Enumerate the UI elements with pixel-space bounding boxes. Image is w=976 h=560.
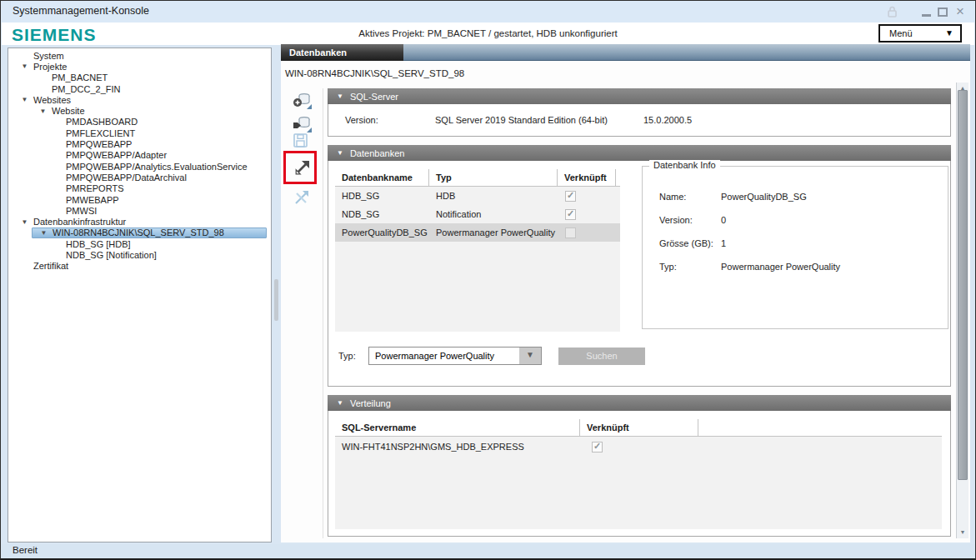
- menu-label: Menü: [889, 28, 913, 38]
- breadcrumb: WIN-08RN4BCJNIK\SQL_SERV_STD_98: [285, 68, 464, 78]
- tree-item-website[interactable]: ▼Website: [8, 105, 271, 116]
- scrollbar-thumb[interactable]: [958, 90, 968, 480]
- type-filter-combobox[interactable]: Powermanager PowerQuality ▼: [368, 347, 542, 365]
- table-body: HDB_SG HDB NDB_SG Notification PowerQual…: [335, 187, 620, 332]
- app-header: SIEMENS Aktives Projekt: PM_BACNET / ges…: [2, 22, 974, 45]
- col-datenbankname[interactable]: Datenbankname: [335, 169, 429, 187]
- tree-item-system[interactable]: ▼System: [8, 50, 271, 61]
- linked-checkbox[interactable]: [565, 191, 576, 202]
- toolbar-separator: [323, 88, 323, 538]
- tree-item-datenbankinfrastruktur[interactable]: ▼Datenbankinfrastruktur: [8, 216, 271, 227]
- collapse-arrow-icon[interactable]: ▼: [16, 96, 33, 103]
- red-highlight-annotation: [283, 151, 317, 184]
- minimize-button[interactable]: [918, 5, 933, 18]
- status-text: Bereit: [13, 545, 38, 555]
- col-sql-servername[interactable]: SQL-Servername: [335, 419, 580, 437]
- groupbox-legend: Datenbank Info: [649, 160, 720, 170]
- linked-checkbox[interactable]: [565, 209, 576, 220]
- col-typ[interactable]: Typ: [429, 169, 558, 187]
- tree-item-hdb-sg[interactable]: HDB_SG [HDB]: [8, 238, 271, 249]
- linked-checkbox[interactable]: [592, 442, 603, 452]
- tree-item-pmreports[interactable]: PMREPORTS: [8, 183, 271, 194]
- col-filler: [616, 169, 620, 187]
- col-verknuepft[interactable]: Verknüpft: [558, 169, 616, 187]
- section-sql-server: Version: SQL Server 2019 Standard Editio…: [328, 104, 951, 137]
- save-icon[interactable]: [293, 133, 312, 152]
- suchen-button[interactable]: Suchen: [558, 348, 645, 365]
- info-size-label: Grösse (GB):: [659, 238, 721, 248]
- tree-item-pmwsi[interactable]: PMWSI: [8, 205, 271, 216]
- tree-item-ndb-sg[interactable]: NDB_SG [Notification]: [8, 249, 271, 260]
- tab-bar: Datenbanken: [281, 44, 970, 61]
- panel-splitter[interactable]: [274, 279, 278, 321]
- tree-item-pm-dcc-2-fin[interactable]: ▼PM_DCC_2_FIN: [8, 83, 271, 94]
- table-row-selected[interactable]: PowerQualityDB_SG Powermanager PowerQual…: [335, 223, 620, 242]
- info-type-value: Powermanager PowerQuality: [721, 262, 840, 272]
- vertical-scrollbar[interactable]: ▲ ▼: [956, 82, 968, 538]
- collapse-arrow-icon: ▼: [337, 149, 343, 157]
- tab-datenbanken[interactable]: Datenbanken: [281, 44, 403, 61]
- window-title: Systemmanagement-Konsole: [13, 5, 149, 17]
- tree-item-sql-server-selected[interactable]: ▼WIN-08RN4BCJNIK\SQL_SERV_STD_98: [32, 228, 267, 238]
- info-name-label: Name:: [659, 192, 721, 202]
- linked-checkbox[interactable]: [565, 228, 576, 238]
- collapse-arrow-icon: ▼: [337, 92, 343, 100]
- table-header-row: SQL-Servername Verknüpft: [335, 419, 942, 437]
- tree-item-pmwebapp[interactable]: PMWEBAPP: [8, 194, 271, 205]
- navigation-tree: ▼System ▼Projekte ▼PM_BACNET ▼PM_DCC_2_F…: [8, 48, 272, 542]
- tree-item-websites[interactable]: ▼Websites: [8, 94, 271, 105]
- title-bar: Systemmanagement-Konsole ×: [1, 1, 975, 22]
- tree-item-pmpqwebapp-dataarchival[interactable]: PMPQWEBAPP/DataArchival: [8, 172, 271, 182]
- collapse-arrow-icon: ▼: [337, 399, 343, 407]
- tree-item-pm-bacnet[interactable]: ▼PM_BACNET: [8, 72, 271, 83]
- tree-item-zertifikat[interactable]: ▼Zertifikat: [8, 261, 271, 272]
- datenbank-info-groupbox: Datenbank Info Name: PowerQualityDB_SG V…: [642, 166, 948, 329]
- lock-icon: [884, 5, 899, 18]
- close-button[interactable]: ×: [953, 5, 968, 18]
- section-verteilung: SQL-Servername Verknüpft WIN-FHT41NSP2HN…: [328, 411, 951, 537]
- collapse-arrow-icon[interactable]: ▼: [34, 108, 52, 115]
- active-project-status: Aktives Projekt: PM_BACNET / gestartet, …: [2, 28, 974, 38]
- col-verknuepft[interactable]: Verknüpft: [580, 419, 698, 437]
- type-filter-label: Typ:: [338, 351, 356, 361]
- chevron-down-icon[interactable]: ▼: [519, 348, 541, 364]
- section-datenbanken: Datenbankname Typ Verknüpft HDB_SG HDB N…: [328, 161, 951, 387]
- scroll-down-icon[interactable]: ▼: [957, 527, 968, 538]
- info-type-label: Typ:: [659, 262, 721, 272]
- combobox-value: Powermanager PowerQuality: [375, 351, 494, 361]
- sql-version-value: 15.0.2000.5: [643, 115, 692, 125]
- attach-database-icon[interactable]: [293, 115, 312, 133]
- tree-item-pmpqwebapp-adapter[interactable]: PMPQWEBAPP/Adapter: [8, 150, 271, 161]
- databases-table: Datenbankname Typ Verknüpft HDB_SG HDB N…: [335, 169, 620, 332]
- status-bar: Bereit: [1, 544, 975, 558]
- collapse-arrow-icon[interactable]: ▼: [16, 218, 33, 226]
- table-body: WIN-FHT41NSP2HN\GMS_HDB_EXPRESS: [335, 437, 942, 529]
- section-header-datenbanken[interactable]: ▼ Datenbanken: [328, 145, 951, 161]
- tree-item-pmflexclient[interactable]: PMFLEXCLIENT: [8, 128, 271, 138]
- menu-dropdown[interactable]: Menü ▼: [878, 24, 962, 42]
- tree-item-projekte[interactable]: ▼Projekte: [8, 61, 271, 72]
- table-row[interactable]: WIN-FHT41NSP2HN\GMS_HDB_EXPRESS: [335, 437, 942, 457]
- info-size-value: 1: [721, 238, 726, 248]
- tree-item-pmpqwebapp-analytics[interactable]: PMPQWEBAPP/Analytics.EvaluationService: [8, 161, 271, 172]
- section-header-verteilung[interactable]: ▼ Verteilung: [328, 395, 951, 411]
- maximize-button[interactable]: [935, 5, 950, 18]
- add-database-icon[interactable]: [293, 92, 312, 110]
- chevron-down-icon: ▼: [945, 28, 953, 38]
- unlink-icon[interactable]: [293, 189, 312, 208]
- app-window: Systemmanagement-Konsole × SIEMENS Aktiv…: [0, 0, 976, 560]
- table-header-row: Datenbankname Typ Verknüpft: [335, 169, 620, 187]
- info-name-value: PowerQualityDB_SG: [721, 192, 807, 202]
- tree-item-pmpqwebapp[interactable]: PMPQWEBAPP: [8, 138, 271, 149]
- col-filler: [698, 419, 942, 437]
- table-row[interactable]: HDB_SG HDB: [335, 187, 620, 205]
- version-label: Version:: [345, 115, 378, 125]
- section-header-sql-server[interactable]: ▼ SQL-Server: [328, 88, 951, 104]
- collapse-arrow-icon[interactable]: ▼: [35, 229, 53, 237]
- collapse-arrow-icon[interactable]: ▼: [16, 62, 33, 70]
- info-version-value: 0: [721, 215, 726, 225]
- tree-item-pmdashboard[interactable]: PMDASHBOARD: [8, 117, 271, 128]
- table-row[interactable]: NDB_SG Notification: [335, 205, 620, 223]
- sql-edition-value: SQL Server 2019 Standard Edition (64-bit…: [435, 115, 608, 125]
- info-version-label: Version:: [659, 215, 721, 225]
